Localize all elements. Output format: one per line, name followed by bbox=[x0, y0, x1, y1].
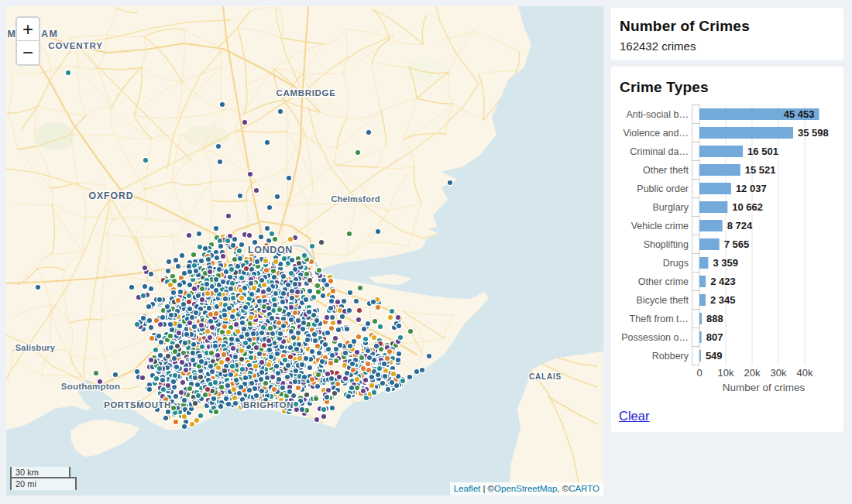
svg-text:807: 807 bbox=[706, 331, 723, 343]
svg-text:20k: 20k bbox=[744, 367, 761, 379]
svg-text:35 598: 35 598 bbox=[798, 127, 829, 139]
svg-text:10 662: 10 662 bbox=[732, 201, 763, 213]
svg-text:Drugs: Drugs bbox=[663, 258, 689, 269]
svg-text:CAMBRIDGE: CAMBRIDGE bbox=[276, 88, 335, 98]
svg-text:40k: 40k bbox=[797, 367, 813, 379]
svg-text:AM: AM bbox=[41, 29, 58, 39]
svg-text:0: 0 bbox=[696, 367, 702, 379]
svg-text:30k: 30k bbox=[771, 367, 787, 379]
svg-text:Southampton: Southampton bbox=[61, 382, 120, 391]
svg-text:Other theft: Other theft bbox=[643, 165, 689, 176]
svg-text:2 345: 2 345 bbox=[710, 294, 736, 306]
svg-text:CALAIS: CALAIS bbox=[529, 372, 562, 381]
svg-text:Criminal da…: Criminal da… bbox=[630, 146, 689, 157]
svg-text:Violence and…: Violence and… bbox=[623, 128, 689, 139]
svg-text:Chelmsford: Chelmsford bbox=[331, 194, 380, 204]
svg-text:LONDON: LONDON bbox=[248, 245, 293, 255]
svg-text:7 565: 7 565 bbox=[724, 238, 750, 250]
svg-text:COVENTRY: COVENTRY bbox=[48, 40, 102, 50]
svg-text:12 037: 12 037 bbox=[736, 183, 767, 194]
svg-text:Bicycle theft: Bicycle theft bbox=[637, 295, 689, 306]
svg-text:888: 888 bbox=[706, 313, 723, 324]
svg-text:Robbery: Robbery bbox=[652, 351, 689, 362]
svg-text:PORTSMOUTH: PORTSMOUTH bbox=[104, 400, 170, 410]
svg-text:8 724: 8 724 bbox=[727, 220, 753, 231]
svg-text:Other crime: Other crime bbox=[638, 276, 689, 287]
svg-text:3 359: 3 359 bbox=[713, 257, 738, 269]
svg-text:2 423: 2 423 bbox=[710, 276, 736, 287]
svg-text:Shoplifting: Shoplifting bbox=[644, 239, 689, 250]
svg-text:OXFORD: OXFORD bbox=[88, 190, 133, 201]
svg-text:Public order: Public order bbox=[637, 183, 689, 194]
svg-text:549: 549 bbox=[706, 350, 723, 362]
svg-text:BRIGHTON: BRIGHTON bbox=[243, 400, 294, 410]
svg-text:PETERBOROUGH: PETERBOROUGH bbox=[209, 6, 293, 7]
svg-text:Anti-social b…: Anti-social b… bbox=[626, 109, 689, 120]
svg-text:16 501: 16 501 bbox=[747, 146, 778, 157]
svg-text:Possession o…: Possession o… bbox=[621, 332, 689, 343]
svg-text:Theft from t…: Theft from t… bbox=[630, 314, 689, 324]
svg-text:15 521: 15 521 bbox=[745, 164, 776, 176]
svg-text:Number of crimes: Number of crimes bbox=[723, 382, 806, 393]
svg-text:10k: 10k bbox=[718, 367, 734, 379]
svg-text:45 453: 45 453 bbox=[784, 108, 815, 120]
svg-text:Salisbury: Salisbury bbox=[15, 343, 56, 352]
svg-text:Vehicle crime: Vehicle crime bbox=[631, 221, 689, 231]
svg-text:Burglary: Burglary bbox=[652, 202, 689, 213]
